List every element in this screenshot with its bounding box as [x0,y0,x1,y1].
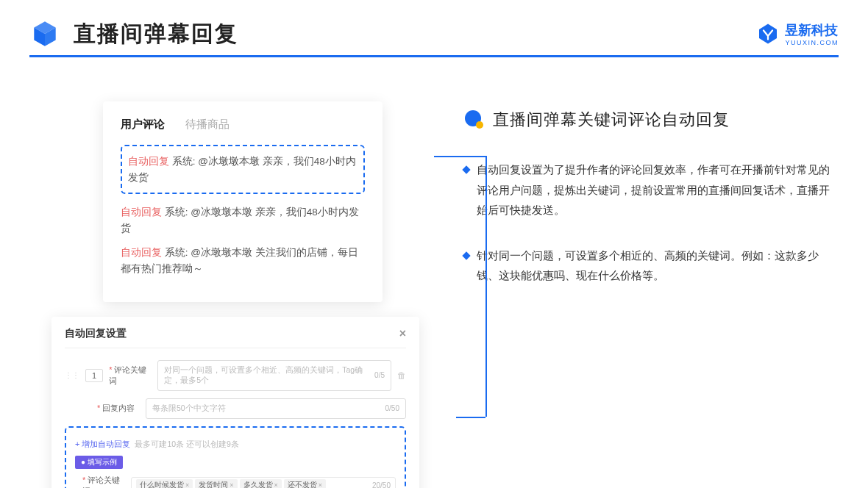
chat-bubble-icon [463,110,484,130]
tab-user-comments[interactable]: 用户评论 [121,118,165,132]
auto-reply-badge: 自动回复 [128,156,169,167]
logo-icon [757,23,779,45]
keyword-tag[interactable]: 多久发货× [240,479,282,488]
cube-icon [29,18,60,49]
delete-icon[interactable]: 🗑 [397,370,406,381]
keyword-label: 评论关键词 [109,365,152,387]
section-title: 直播间弹幕关键词评论自动回复 [493,109,730,131]
highlighted-comment: 自动回复 系统: @冰墩墩本墩 亲亲，我们48小时内发货 [121,145,365,194]
header-divider [29,55,839,57]
auto-reply-badge: 自动回复 [121,207,162,218]
close-icon[interactable]: × [399,327,406,340]
example-badge: ● 填写示例 [75,456,123,469]
keyword-tag[interactable]: 发货时间× [195,479,237,488]
settings-card: 自动回复设置 × ⋮⋮ 1 评论关键词 对同一个问题，可设置多个相近、高频的关键… [51,317,419,488]
settings-title: 自动回复设置 [65,327,127,340]
bullet-point-2: 针对同一个问题，可设置多个相近的、高频的关键词。例如：这款多少钱、这块能优惠吗、… [463,246,839,287]
example-keyword-input[interactable]: 什么时候发货×发货时间×多久发货×还不发货× 20/50 [131,477,396,488]
content-label: 回复内容 [97,403,140,414]
bullet-point-1: 自动回复设置为了提升作者的评论回复效率，作者可在开播前针对常见的评论用户问题，提… [463,160,839,221]
keyword-tag[interactable]: 还不发货× [284,479,326,488]
comments-card: 用户评论 待播商品 自动回复 系统: @冰墩墩本墩 亲亲，我们48小时内发货 自… [103,101,383,302]
svg-point-1 [476,121,483,129]
diamond-icon [462,251,470,259]
diamond-icon [462,165,470,173]
keyword-input[interactable]: 对同一个问题，可设置多个相近、高频的关键词，Tag确定，最多5个0/5 [157,360,391,391]
keyword-tag[interactable]: 什么时候发货× [136,479,193,488]
page-title: 直播间弹幕回复 [74,19,238,49]
rule-number: 1 [85,369,103,382]
example-keyword-label: 评论关键词 [82,475,125,488]
example-section: + 增加自动回复最多可建10条 还可以创建9条 ● 填写示例 评论关键词 什么时… [65,426,406,488]
brand-name: 昱新科技 [785,21,839,39]
tag-list: 什么时候发货×发货时间×多久发货×还不发货× [136,481,328,488]
brand-logo: 昱新科技YUUXIN.COM [757,21,839,46]
brand-url: YUUXIN.COM [785,39,839,46]
add-auto-reply-link[interactable]: + 增加自动回复 [75,439,130,448]
content-input[interactable]: 每条限50个中文字符0/50 [146,398,406,419]
auto-reply-badge: 自动回复 [121,247,162,258]
slide-header: 直播间弹幕回复 昱新科技YUUXIN.COM [29,18,839,49]
drag-handle-icon[interactable]: ⋮⋮ [65,371,79,379]
add-note: 最多可建10条 还可以创建9条 [135,439,238,448]
tab-pending-products[interactable]: 待播商品 [185,118,230,132]
